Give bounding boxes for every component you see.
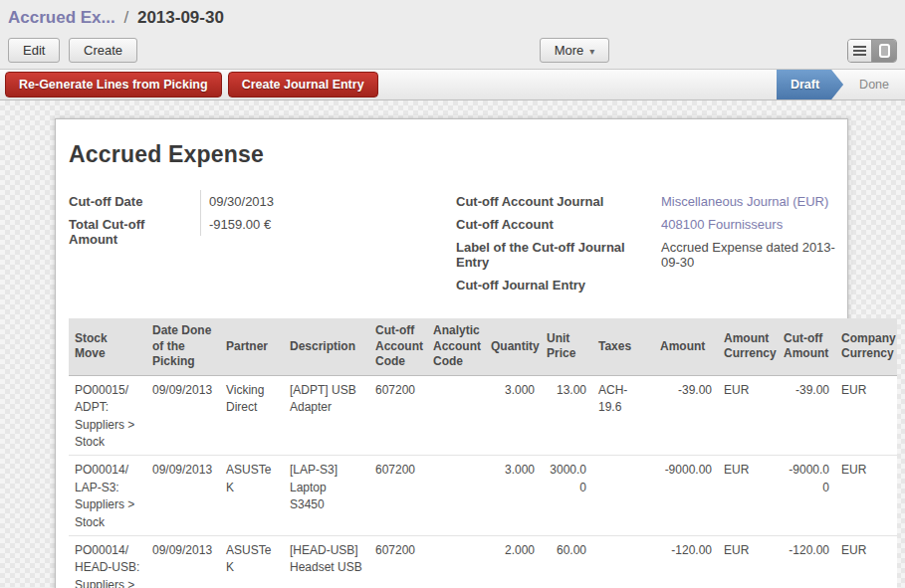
table-cell: 2.000 xyxy=(485,535,541,588)
table-cell: -9000.00 xyxy=(654,456,718,536)
create-journal-entry-button[interactable]: Create Journal Entry xyxy=(228,72,378,98)
field-row: Cut-off Journal Entry xyxy=(456,274,835,296)
breadcrumb-current: 2013-09-30 xyxy=(137,8,224,27)
breadcrumb-parent-link[interactable]: Accrued Ex... xyxy=(8,8,115,27)
table-cell: EUR xyxy=(835,456,897,536)
view-switcher xyxy=(847,39,897,63)
field-label: Cut-off Account xyxy=(456,213,653,236)
control-row: Edit Create More▾ xyxy=(8,38,897,63)
table-cell: -39.00 xyxy=(654,375,718,456)
state-arrows: DraftDone xyxy=(777,70,905,99)
table-cell: EUR xyxy=(718,535,778,588)
more-menu-area: More▾ xyxy=(307,38,847,63)
cutoff-lines-table: Stock MoveDate Done of the PickingPartne… xyxy=(69,318,897,588)
table-cell: ASUSTeK xyxy=(220,456,284,536)
field-value-link[interactable] xyxy=(653,274,835,295)
breadcrumb-separator: / xyxy=(119,8,132,27)
field-value: 09/30/2013 xyxy=(200,190,456,213)
table-row[interactable]: PO00015/ ADPT: Suppliers > Stock09/09/20… xyxy=(69,375,897,456)
table-cell: EUR xyxy=(835,535,897,588)
field-group-left: Cut-off Date09/30/2013Total Cut-off Amou… xyxy=(69,186,456,296)
table-cell: -120.00 xyxy=(654,535,718,588)
state-done[interactable]: Done xyxy=(843,70,905,99)
field-label: Cut-off Account Journal xyxy=(456,190,653,213)
lines-table-wrap: Stock MoveDate Done of the PickingPartne… xyxy=(69,318,897,588)
field-value: Accrued Expense dated 2013-09-30 xyxy=(653,236,835,274)
table-cell: 3000.00 xyxy=(541,456,592,536)
table-cell: EUR xyxy=(718,456,778,536)
list-view-icon[interactable] xyxy=(848,40,872,62)
table-cell: 09/09/2013 xyxy=(146,375,220,456)
header-cell: Stock Move xyxy=(69,318,146,375)
table-cell: -120.00 xyxy=(778,535,835,588)
table-cell: [HEAD-USB] Headset USB xyxy=(284,535,369,588)
table-cell: ACH-19.6 xyxy=(592,375,654,456)
table-cell: 60.00 xyxy=(541,535,592,588)
header-cell: Description xyxy=(284,318,369,375)
table-cell: 09/09/2013 xyxy=(146,535,220,588)
header-cell: Partner xyxy=(220,318,284,375)
create-button[interactable]: Create xyxy=(69,38,137,63)
header-cell: Amount Currency xyxy=(718,318,778,375)
field-row: Label of the Cut-off Journal EntryAccrue… xyxy=(456,236,835,274)
header-cell: Quantity xyxy=(485,318,541,375)
action-buttons: Re-Generate Lines from Picking Create Jo… xyxy=(0,70,384,99)
table-cell: [ADPT] USB Adapter xyxy=(284,375,369,456)
table-cell xyxy=(592,456,654,536)
table-cell: 3.000 xyxy=(485,375,541,456)
table-cell xyxy=(427,456,485,536)
state-draft[interactable]: Draft xyxy=(777,70,843,99)
table-cell: PO00014/ HEAD-USB: Suppliers > Stock xyxy=(69,535,146,588)
field-label: Total Cut-off Amount xyxy=(69,213,200,251)
header-cell: Date Done of the Picking xyxy=(146,318,220,375)
table-cell: PO00015/ ADPT: Suppliers > Stock xyxy=(69,375,146,456)
regenerate-lines-button[interactable]: Re-Generate Lines from Picking xyxy=(5,72,222,98)
hamburger-icon xyxy=(853,46,866,56)
table-cell: ASUSTeK xyxy=(220,535,284,588)
table-cell xyxy=(427,535,485,588)
table-cell xyxy=(427,375,485,456)
field-row: Cut-off Account JournalMiscellaneous Jou… xyxy=(456,190,835,213)
table-row[interactable]: PO00014/ HEAD-USB: Suppliers > Stock09/0… xyxy=(69,535,897,588)
more-button[interactable]: More▾ xyxy=(540,38,610,63)
table-cell: PO00014/ LAP-S3: Suppliers > Stock xyxy=(69,456,146,536)
more-button-label: More xyxy=(555,43,584,58)
form-view-icon[interactable] xyxy=(872,40,896,62)
edit-button[interactable]: Edit xyxy=(8,38,60,63)
field-label: Label of the Cut-off Journal Entry xyxy=(456,236,653,274)
field-groups: Cut-off Date09/30/2013Total Cut-off Amou… xyxy=(69,186,847,296)
table-cell: EUR xyxy=(718,375,778,456)
record-buttons: Edit Create xyxy=(8,38,307,63)
table-cell: 3.000 xyxy=(485,456,541,536)
breadcrumb: Accrued Ex... / 2013-09-30 xyxy=(8,8,897,28)
table-cell: [LAP-S3] Laptop S3450 xyxy=(284,456,369,536)
table-cell: 607200 xyxy=(369,535,427,588)
table-cell: -39.00 xyxy=(778,375,835,456)
top-header: Accrued Ex... / 2013-09-30 Edit Create M… xyxy=(0,0,905,70)
header-cell: Company Currency xyxy=(835,318,897,375)
header-cell: Unit Price xyxy=(541,318,592,375)
header-cell: Analytic Account Code xyxy=(427,318,485,375)
header-cell: Taxes xyxy=(592,318,654,375)
table-cell: -9000.00 xyxy=(778,456,835,536)
table-cell: 09/09/2013 xyxy=(146,456,220,536)
form-glyph-icon xyxy=(879,44,890,58)
table-cell xyxy=(592,535,654,588)
field-value-link[interactable]: 408100 Fournisseurs xyxy=(653,213,835,236)
field-value: -9159.00 € xyxy=(200,213,456,236)
page-title: Accrued Expense xyxy=(69,141,847,168)
field-value-link[interactable]: Miscellaneous Journal (EUR) xyxy=(653,190,835,213)
table-cell: 607200 xyxy=(369,456,427,536)
chevron-down-icon: ▾ xyxy=(589,46,594,57)
table-row[interactable]: PO00014/ LAP-S3: Suppliers > Stock09/09/… xyxy=(69,456,897,536)
field-group-right: Cut-off Account JournalMiscellaneous Jou… xyxy=(456,186,847,296)
header-cell: Cut-off Account Code xyxy=(369,318,427,375)
field-row: Total Cut-off Amount-9159.00 € xyxy=(69,213,456,251)
table-cell: Vicking Direct xyxy=(220,375,284,456)
table-cell: 607200 xyxy=(369,375,427,456)
statusbar: Re-Generate Lines from Picking Create Jo… xyxy=(0,70,905,100)
field-row: Cut-off Account408100 Fournisseurs xyxy=(456,213,835,236)
table-cell: 13.00 xyxy=(541,375,592,456)
field-row: Cut-off Date09/30/2013 xyxy=(69,190,456,213)
form-sheet: Accrued Expense Cut-off Date09/30/2013To… xyxy=(55,118,848,588)
